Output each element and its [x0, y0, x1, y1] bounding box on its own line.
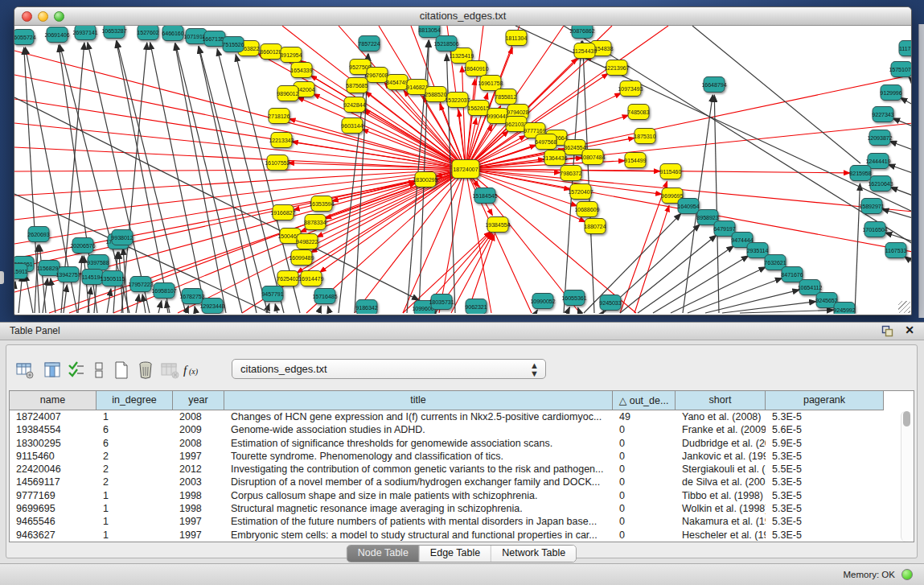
- graph-node[interactable]: 9397588: [87, 255, 109, 270]
- panel-collapse-tab[interactable]: [0, 271, 4, 284]
- graph-node[interactable]: 9115460: [660, 164, 682, 179]
- graph-node[interactable]: 9603144: [341, 118, 363, 134]
- close-panel-icon[interactable]: ✕: [905, 323, 914, 336]
- graph-node[interactable]: 16210643: [868, 176, 893, 192]
- graph-node[interactable]: 2967608: [366, 68, 388, 83]
- graph-node[interactable]: 12213343: [269, 133, 294, 148]
- graph-node[interactable]: 9245033: [599, 295, 621, 311]
- column-header-name[interactable]: name: [10, 391, 97, 410]
- graph-node[interactable]: 1167533: [885, 243, 907, 258]
- graph-node[interactable]: 8912954: [280, 47, 302, 63]
- graph-node[interactable]: 16914479: [298, 271, 323, 286]
- table-vertical-scrollbar[interactable]: [901, 411, 912, 542]
- graph-node[interactable]: 17016504: [862, 222, 887, 237]
- graph-node[interactable]: 9062321: [465, 299, 487, 315]
- column-header-title[interactable]: title: [224, 391, 613, 410]
- table-row[interactable]: 1872400712008Changes of HCN gene express…: [10, 410, 884, 423]
- graph-node[interactable]: 26937141: [72, 26, 97, 40]
- graph-node[interactable]: 20691406: [44, 27, 69, 43]
- graph-node[interactable]: 9498222: [296, 234, 318, 249]
- graph-node[interactable]: 10688609: [574, 202, 599, 217]
- graph-node[interactable]: 1811304: [506, 31, 528, 46]
- table-panel-header[interactable]: Table Panel ✕: [0, 322, 924, 340]
- graph-node[interactable]: 1875310: [634, 129, 655, 144]
- graph-node[interactable]: 19166827: [270, 205, 295, 220]
- graph-node[interactable]: 5875685: [346, 78, 368, 93]
- graph-node[interactable]: 18300295: [413, 172, 437, 187]
- graph-node[interactable]: 17957223: [128, 277, 153, 292]
- create-table-icon[interactable]: [109, 358, 133, 382]
- graph-node[interactable]: 15720407: [568, 184, 593, 200]
- graph-node[interactable]: 10653287: [101, 26, 126, 39]
- graph-node[interactable]: 9154499: [624, 153, 646, 168]
- graph-node[interactable]: 7625402: [277, 271, 298, 286]
- table-row[interactable]: 969969511998Structural magnetic resonanc…: [10, 502, 884, 515]
- graph-node[interactable]: 1640954: [677, 199, 699, 214]
- graph-node[interactable]: 9227343: [872, 107, 893, 122]
- table-selector-dropdown[interactable]: citations_edges.txt ▲▼: [232, 359, 546, 379]
- graph-node[interactable]: 16782753: [179, 289, 204, 304]
- graph-node[interactable]: 21364436: [542, 150, 567, 166]
- graph-node[interactable]: 6497568: [535, 134, 556, 150]
- graph-node[interactable]: 15892971: [859, 199, 884, 214]
- graph-node[interactable]: 1117534: [899, 41, 911, 56]
- graph-node[interactable]: 8454749: [386, 75, 408, 90]
- graph-node[interactable]: 9457791: [261, 286, 283, 302]
- table-row[interactable]: 1830029562008Estimation of significance …: [10, 437, 884, 450]
- graph-node[interactable]: 16055724: [14, 30, 36, 45]
- delete-table-icon[interactable]: [133, 358, 158, 382]
- tab-edge-table[interactable]: Edge Table: [420, 546, 491, 562]
- graph-node[interactable]: 16099489: [289, 250, 314, 266]
- table-row[interactable]: 946554611997Estimation of the future num…: [10, 515, 884, 528]
- table-row[interactable]: 1456911722003Disruption of a novel membe…: [10, 476, 884, 488]
- table-row[interactable]: 977716911998Corpus callosum shape and si…: [10, 489, 884, 502]
- graph-node[interactable]: 7986372: [560, 166, 581, 181]
- graph-node[interactable]: 1880724: [584, 219, 606, 234]
- graph-node[interactable]: 9896012: [277, 86, 298, 101]
- graph-node[interactable]: 7515526: [222, 37, 244, 52]
- network-view-window[interactable]: citations_edges.txt: [14, 6, 912, 315]
- graph-node[interactable]: 19384554: [485, 217, 510, 233]
- graph-node[interactable]: 12093872: [867, 130, 892, 146]
- graph-node[interactable]: 15218506: [433, 36, 458, 51]
- graph-node[interactable]: 9186342: [355, 300, 377, 315]
- graph-node[interactable]: 7855812: [495, 89, 516, 105]
- graph-node[interactable]: 15184545: [472, 188, 497, 204]
- graph-node[interactable]: 2620693: [27, 227, 49, 242]
- table-row[interactable]: 946362711997Embryonic stem cells: a mode…: [10, 529, 884, 542]
- graph-node[interactable]: 18724007: [452, 160, 479, 179]
- graph-node[interactable]: 20876862: [569, 26, 594, 39]
- table-row[interactable]: 2242004622012Investigating the contribut…: [10, 463, 884, 476]
- graph-node[interactable]: 16958107: [151, 283, 176, 299]
- graph-node[interactable]: 8660128: [260, 44, 281, 60]
- graph-node[interactable]: 15751074: [889, 62, 911, 77]
- graph-node[interactable]: 15322037: [445, 93, 470, 108]
- graph-node[interactable]: 9129996: [880, 85, 901, 101]
- graph-node[interactable]: 9245992: [833, 303, 855, 315]
- graph-node[interactable]: 7485083: [627, 105, 649, 120]
- float-panel-icon[interactable]: [881, 325, 893, 337]
- graph-node[interactable]: 15716485: [312, 289, 337, 304]
- function-builder-icon[interactable]: f(x): [182, 358, 206, 382]
- graph-node[interactable]: 10990052: [530, 294, 555, 309]
- table-row[interactable]: 1938455462009Genome-wide association stu…: [10, 423, 884, 436]
- column-header-short[interactable]: short: [676, 391, 766, 410]
- graph-node[interactable]: 12923448: [199, 299, 224, 314]
- graph-node[interactable]: 7857224: [358, 36, 380, 51]
- graph-node[interactable]: 2718126: [268, 109, 290, 124]
- table-row[interactable]: 911546021997Tourette syndrome. Phenomeno…: [10, 450, 884, 463]
- graph-node[interactable]: 8215958: [849, 166, 871, 181]
- table-settings-icon[interactable]: [13, 358, 37, 382]
- graph-node[interactable]: 10973493: [618, 81, 643, 97]
- graph-node[interactable]: 9242844: [343, 97, 365, 113]
- graph-node[interactable]: 1654339: [290, 63, 312, 78]
- column-header-pagerank[interactable]: pagerank: [766, 391, 884, 410]
- column-header-out_de[interactable]: △ out_de...: [613, 391, 676, 410]
- graph-node[interactable]: 13942757: [55, 267, 80, 282]
- row-height-icon[interactable]: [87, 358, 111, 382]
- column-header-in_degree[interactable]: in_degree: [97, 391, 173, 410]
- graph-node[interactable]: 8471676: [781, 267, 803, 282]
- tab-network-table[interactable]: Network Table: [491, 546, 576, 562]
- graph-node[interactable]: 16353594: [309, 196, 334, 212]
- select-rows-icon[interactable]: [64, 358, 88, 382]
